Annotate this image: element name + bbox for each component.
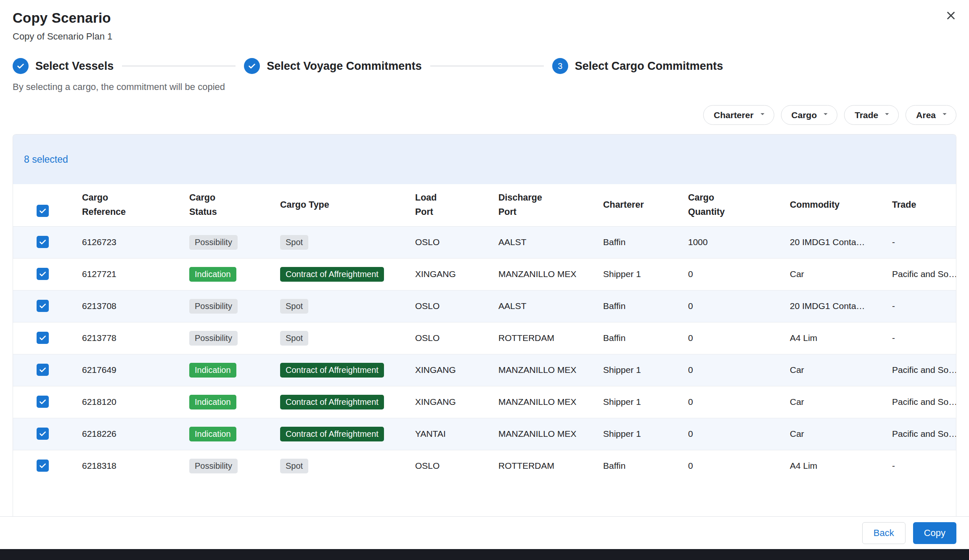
table-row[interactable]: 6126723 Possibility Spot OSLO AALST Baff… <box>13 226 956 258</box>
cargo-quantity-cell: 0 <box>678 322 780 354</box>
cargo-reference-cell: 6218318 <box>72 450 179 482</box>
filter-charterer-dropdown[interactable]: Charterer <box>703 105 774 125</box>
filter-trade-dropdown[interactable]: Trade <box>844 105 899 125</box>
modal-footer: Back Copy <box>0 516 969 549</box>
cargo-type-badge: Contract of Affreightment <box>280 395 384 409</box>
filter-bar: Charterer Cargo Trade Area <box>0 105 969 125</box>
load-port-cell: OSLO <box>405 450 488 482</box>
modal-subtitle: Copy of Scenario Plan 1 <box>13 31 956 42</box>
back-button[interactable]: Back <box>862 522 905 544</box>
cargo-status-badge: Indication <box>189 395 236 409</box>
commodity-cell: Car <box>780 386 882 418</box>
discharge-port-cell: ROTTERDAM <box>488 450 593 482</box>
load-port-cell: OSLO <box>405 226 488 258</box>
commodity-cell: 20 IMDG1 Conta… <box>780 290 882 322</box>
chevron-down-icon <box>758 109 767 121</box>
step-label: Select Vessels <box>35 60 114 73</box>
trade-cell: - <box>882 450 956 482</box>
table-header-row: Cargo Reference Cargo Status Cargo Type … <box>13 184 956 226</box>
discharge-port-cell: AALST <box>488 226 593 258</box>
row-checkbox[interactable] <box>37 332 49 344</box>
cargo-quantity-cell: 0 <box>678 450 780 482</box>
cargo-type-badge: Contract of Affreightment <box>280 267 384 282</box>
step-select-voyage-commitments[interactable]: Select Voyage Commitments <box>244 58 422 74</box>
row-checkbox[interactable] <box>37 364 49 376</box>
copy-scenario-modal: Copy Scenario Copy of Scenario Plan 1 Se… <box>0 0 969 560</box>
table-row[interactable]: 6217649 Indication Contract of Affreight… <box>13 354 956 386</box>
cargo-reference-cell: 6218120 <box>72 386 179 418</box>
column-header-cargo-type: Cargo Type <box>270 184 405 226</box>
load-port-cell: OSLO <box>405 322 488 354</box>
charterer-cell: Baffin <box>593 450 678 482</box>
step-select-vessels[interactable]: Select Vessels <box>13 58 114 74</box>
trade-cell: Pacific and So… <box>882 354 956 386</box>
charterer-cell: Baffin <box>593 322 678 354</box>
column-header-load-port: Load Port <box>405 184 488 226</box>
table-row[interactable]: 6218120 Indication Contract of Affreight… <box>13 386 956 418</box>
chevron-down-icon <box>882 109 892 121</box>
charterer-cell: Baffin <box>593 290 678 322</box>
trade-cell: - <box>882 226 956 258</box>
discharge-port-cell: MANZANILLO MEX <box>488 386 593 418</box>
commodity-cell: A4 Lim <box>780 450 882 482</box>
table-row[interactable]: 6218226 Indication Contract of Affreight… <box>13 418 956 450</box>
column-header-charterer: Charterer <box>593 184 678 226</box>
stepper: Select Vessels Select Voyage Commitments… <box>0 58 969 74</box>
row-checkbox[interactable] <box>37 460 49 472</box>
load-port-cell: XINGANG <box>405 354 488 386</box>
row-checkbox[interactable] <box>37 428 49 440</box>
cargo-reference-cell: 6213708 <box>72 290 179 322</box>
charterer-cell: Shipper 1 <box>593 258 678 290</box>
filter-cargo-dropdown[interactable]: Cargo <box>781 105 838 125</box>
close-button[interactable] <box>945 9 957 22</box>
cargo-status-badge: Indication <box>189 363 236 378</box>
trade-cell: Pacific and So… <box>882 258 956 290</box>
row-checkbox[interactable] <box>37 300 49 312</box>
cargo-reference-cell: 6217649 <box>72 354 179 386</box>
cargo-quantity-cell: 0 <box>678 290 780 322</box>
stepper-connector <box>430 66 544 66</box>
close-icon <box>945 17 957 23</box>
load-port-cell: XINGANG <box>405 386 488 418</box>
column-header-cargo-quantity: Cargo Quantity <box>678 184 780 226</box>
row-checkbox[interactable] <box>37 236 49 248</box>
table-row[interactable]: 6127721 Indication Contract of Affreight… <box>13 258 956 290</box>
selection-banner: 8 selected <box>13 135 956 184</box>
commodity-cell: A4 Lim <box>780 322 882 354</box>
discharge-port-cell: MANZANILLO MEX <box>488 258 593 290</box>
cargo-reference-cell: 6213778 <box>72 322 179 354</box>
row-checkbox[interactable] <box>37 268 49 280</box>
cargo-quantity-cell: 0 <box>678 258 780 290</box>
load-port-cell: OSLO <box>405 290 488 322</box>
trade-cell: - <box>882 322 956 354</box>
trade-cell: - <box>882 290 956 322</box>
step-select-cargo-commitments[interactable]: 3 Select Cargo Commitments <box>552 58 723 74</box>
row-checkbox[interactable] <box>37 396 49 408</box>
charterer-cell: Shipper 1 <box>593 418 678 450</box>
cargo-type-badge: Spot <box>280 235 308 250</box>
step-completed-check-icon <box>13 58 29 74</box>
cargo-quantity-cell: 0 <box>678 418 780 450</box>
discharge-port-cell: ROTTERDAM <box>488 322 593 354</box>
column-header-commodity: Commodity <box>780 184 882 226</box>
copy-button[interactable]: Copy <box>913 522 956 544</box>
table-row[interactable]: 6218318 Possibility Spot OSLO ROTTERDAM … <box>13 450 956 482</box>
step-completed-check-icon <box>244 58 260 74</box>
cargo-reference-cell: 6126723 <box>72 226 179 258</box>
trade-cell: Pacific and So… <box>882 418 956 450</box>
discharge-port-cell: MANZANILLO MEX <box>488 418 593 450</box>
table-row[interactable]: 6213778 Possibility Spot OSLO ROTTERDAM … <box>13 322 956 354</box>
cargo-type-badge: Spot <box>280 459 308 473</box>
commodity-cell: Car <box>780 354 882 386</box>
cargo-status-badge: Possibility <box>189 459 238 473</box>
column-header-discharge-port: Discharge Port <box>488 184 593 226</box>
table-row[interactable]: 6213708 Possibility Spot OSLO AALST Baff… <box>13 290 956 322</box>
selected-count: 8 selected <box>24 154 68 165</box>
trade-cell: Pacific and So… <box>882 386 956 418</box>
filter-area-dropdown[interactable]: Area <box>905 105 956 125</box>
modal-header: Copy Scenario Copy of Scenario Plan 1 <box>0 0 969 42</box>
load-port-cell: XINGANG <box>405 258 488 290</box>
cargo-commitments-table-card: 8 selected Cargo Reference Cargo Status … <box>13 134 956 516</box>
load-port-cell: YANTAI <box>405 418 488 450</box>
select-all-checkbox[interactable] <box>37 205 49 217</box>
